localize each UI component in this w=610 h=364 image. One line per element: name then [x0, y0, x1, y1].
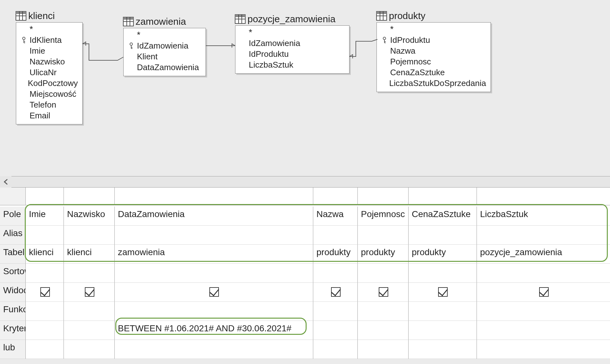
cell-sortowanie[interactable] — [114, 264, 313, 283]
field-nazwisko[interactable]: Nazwisko — [16, 56, 82, 67]
table-icon — [16, 11, 26, 21]
cell-widoczny[interactable] — [25, 283, 64, 302]
cell-tabela[interactable]: produkty — [313, 245, 357, 264]
key-icon — [20, 36, 28, 43]
query-design-grid[interactable]: Pole Imie Nazwisko DataZamowienia Nazwa … — [0, 188, 610, 359]
cell-funkcja[interactable] — [477, 302, 610, 321]
cell-funkcja[interactable] — [64, 302, 114, 321]
field-kodpocztowy[interactable]: KodPocztowy — [16, 78, 82, 89]
cell-alias[interactable] — [114, 226, 313, 245]
cell-lub[interactable] — [114, 340, 313, 359]
field-liczbasztuk[interactable]: LiczbaSztuk — [235, 59, 349, 70]
cell-funkcja[interactable] — [408, 302, 477, 321]
cell-tabela[interactable]: produkty — [357, 245, 408, 264]
field-idklienta[interactable]: IdKlienta — [16, 35, 82, 45]
field-cenazasztuke[interactable]: CenaZaSztuke — [377, 67, 491, 78]
table-klienci[interactable]: klienci * IdKlienta Imie Nazwisko UlicaN… — [16, 22, 83, 124]
field-liczbasztukdosprzedania[interactable]: LiczbaSztukDoSprzedania — [377, 78, 491, 89]
cell-alias[interactable] — [357, 226, 408, 245]
relation-line — [83, 41, 124, 67]
row-header-funkcja: Funkcja — [0, 302, 25, 321]
cell-tabela[interactable]: produkty — [408, 245, 477, 264]
cell-alias[interactable] — [408, 226, 477, 245]
scroll-left-button[interactable] — [0, 176, 11, 188]
cell-widoczny[interactable] — [357, 283, 408, 302]
field-star[interactable]: * — [16, 24, 82, 35]
table-icon — [123, 17, 134, 26]
checkbox-icon — [209, 287, 219, 297]
cell-lub[interactable] — [313, 340, 357, 359]
cell-funkcja[interactable] — [313, 302, 357, 321]
field-miejscowosc[interactable]: Miejscowość — [16, 89, 82, 99]
field-idproduktu[interactable]: IdProduktu — [235, 49, 349, 59]
cell-kryterium[interactable] — [64, 321, 114, 340]
field-pojemnosc[interactable]: Pojemnosc — [377, 56, 491, 67]
checkbox-icon — [379, 287, 388, 297]
field-idzamowienia[interactable]: IdZamowienia — [235, 38, 349, 49]
field-nazwa[interactable]: Nazwa — [377, 45, 491, 56]
cell-tabela[interactable]: klienci — [64, 245, 114, 264]
table-pozycje-zamowienia[interactable]: pozycje_zamowienia * IdZamowienia IdProd… — [235, 25, 349, 74]
cell-pole[interactable]: DataZamowienia — [114, 207, 313, 226]
field-ulicanr[interactable]: UlicaNr — [16, 67, 82, 78]
field-imie[interactable]: Imie — [16, 45, 82, 56]
table-title: zamowienia — [136, 16, 186, 27]
cell-pole[interactable]: CenaZaSztuke — [408, 207, 477, 226]
svg-rect-1 — [16, 11, 26, 14]
cell-kryterium[interactable] — [477, 321, 610, 340]
cell-alias[interactable] — [477, 226, 610, 245]
cell-widoczny[interactable] — [477, 283, 610, 302]
cell-tabela[interactable]: klienci — [25, 245, 64, 264]
field-klient[interactable]: Klient — [124, 51, 206, 62]
field-telefon[interactable]: Telefon — [16, 99, 82, 110]
cell-lub[interactable] — [64, 340, 114, 359]
cell-kryterium[interactable] — [25, 321, 64, 340]
cell-kryterium[interactable] — [408, 321, 477, 340]
cell-widoczny[interactable] — [114, 283, 313, 302]
field-star[interactable]: * — [124, 30, 206, 40]
cell-sortowanie[interactable] — [313, 264, 357, 283]
horizontal-scrollbar[interactable] — [0, 176, 610, 188]
cell-sortowanie[interactable] — [357, 264, 408, 283]
svg-point-5 — [23, 37, 25, 40]
cell-alias[interactable] — [25, 226, 64, 245]
cell-sortowanie[interactable] — [25, 264, 64, 283]
field-star[interactable]: * — [235, 27, 349, 38]
table-produkty[interactable]: produkty * IdProduktu Nazwa Pojemnosc Ce… — [376, 22, 491, 92]
cell-lub[interactable] — [25, 340, 64, 359]
cell-widoczny[interactable] — [408, 283, 477, 302]
field-idproduktu[interactable]: IdProduktu — [377, 35, 491, 45]
field-datazamowienia[interactable]: DataZamowienia — [124, 62, 206, 73]
cell-widoczny[interactable] — [64, 283, 114, 302]
cell-funkcja[interactable] — [114, 302, 313, 321]
cell-funkcja[interactable] — [357, 302, 408, 321]
field-idzamowienia[interactable]: IdZamowienia — [124, 40, 206, 51]
cell-pole[interactable]: Nazwisko — [64, 207, 114, 226]
cell-sortowanie[interactable] — [408, 264, 477, 283]
cell-kryterium[interactable] — [357, 321, 408, 340]
key-icon — [381, 36, 388, 43]
svg-rect-24 — [376, 11, 387, 14]
table-zamowienia[interactable]: zamowienia * IdZamowienia Klient DataZam… — [123, 28, 206, 76]
field-email[interactable]: Email — [16, 110, 82, 121]
cell-sortowanie[interactable] — [64, 264, 114, 283]
cell-kryterium[interactable]: BETWEEN #1.06.2021# AND #30.06.2021# — [114, 321, 313, 340]
cell-lub[interactable] — [477, 340, 610, 359]
cell-alias[interactable] — [64, 226, 114, 245]
checkbox-icon — [331, 287, 341, 297]
cell-lub[interactable] — [408, 340, 477, 359]
cell-tabela[interactable]: zamowienia — [114, 245, 313, 264]
cell-widoczny[interactable] — [313, 283, 357, 302]
cell-kryterium[interactable] — [313, 321, 357, 340]
cell-lub[interactable] — [357, 340, 408, 359]
cell-funkcja[interactable] — [25, 302, 64, 321]
cell-pole[interactable]: Imie — [25, 207, 64, 226]
cell-sortowanie[interactable] — [477, 264, 610, 283]
field-list: * IdZamowienia IdProduktu LiczbaSztuk — [235, 26, 349, 73]
field-star[interactable]: * — [377, 24, 491, 35]
cell-pole[interactable]: LiczbaSztuk — [477, 207, 610, 226]
cell-pole[interactable]: Pojemnosc — [357, 207, 408, 226]
cell-tabela[interactable]: pozycje_zamowienia — [477, 245, 610, 264]
cell-alias[interactable] — [313, 226, 357, 245]
cell-pole[interactable]: Nazwa — [313, 207, 357, 226]
